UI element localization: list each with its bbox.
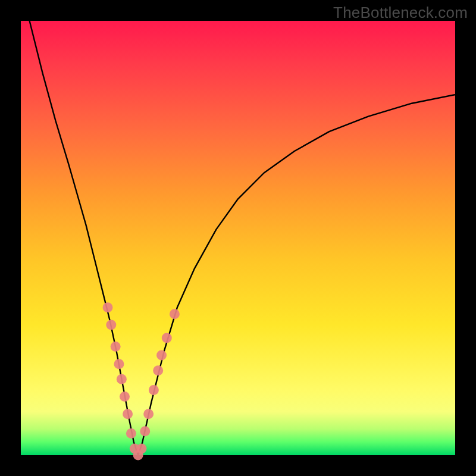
curve-marker	[114, 359, 124, 369]
curve-markers	[103, 302, 180, 460]
curve-marker	[143, 409, 154, 419]
curve-marker	[106, 320, 116, 330]
curve-marker	[103, 302, 113, 312]
curve-svg	[21, 21, 455, 455]
curve-marker	[111, 342, 121, 352]
bottleneck-curve	[30, 21, 455, 455]
curve-marker	[117, 374, 127, 384]
curve-marker	[153, 365, 163, 375]
curve-marker	[170, 309, 180, 319]
curve-marker	[156, 350, 167, 361]
watermark-text: TheBottleneck.com	[333, 4, 468, 22]
curve-marker	[140, 426, 150, 436]
curve-marker	[149, 385, 159, 395]
plot-area	[21, 21, 455, 455]
curve-marker	[126, 428, 136, 439]
curve-marker	[120, 392, 130, 402]
curve-marker	[123, 409, 133, 419]
curve-marker	[162, 333, 172, 343]
chart-frame: TheBottleneck.com	[0, 0, 476, 476]
curve-marker	[136, 444, 146, 454]
